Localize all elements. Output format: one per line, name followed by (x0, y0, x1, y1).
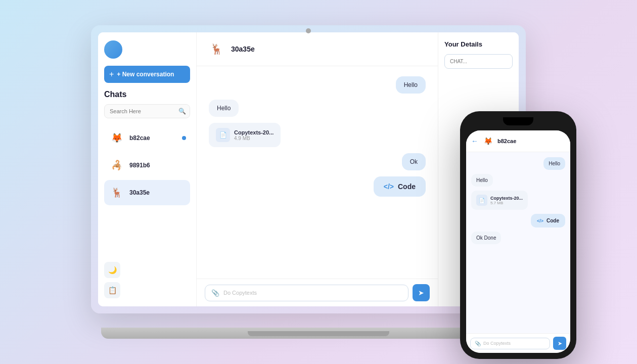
chat-header: 🦌 30a35e (197, 32, 438, 66)
phone-notch (498, 117, 538, 128)
phone-code-bubble: </> Code (531, 214, 565, 228)
chat-header-avatar: 🦌 (207, 39, 226, 59)
new-conversation-button[interactable]: + + New conversation (104, 66, 190, 83)
phone-msg-received-file: 📄 Copytexts-20... 5.7 MB (471, 191, 565, 210)
details-title: Your Details (444, 40, 513, 48)
message-sent-hello: Hello (209, 76, 426, 94)
phone-code-label: Code (547, 218, 559, 223)
chat-name-30a35e: 30a35e (129, 189, 150, 196)
app-logo (104, 40, 122, 59)
phone-file-info: Copytexts-20... 5.7 MB (490, 196, 523, 205)
app-sidebar: + + New conversation Chats 🔍 🦊 b82cae (98, 32, 197, 306)
phone-input-box[interactable]: 📎 Do Copytexts (470, 338, 550, 349)
chat-item-30a35e[interactable]: 🦌 30a35e (104, 180, 190, 205)
new-conversation-label: + New conversation (117, 71, 174, 78)
bubble-sent-ok: Ok (402, 153, 426, 170)
chat-name-9891b6: 9891b6 (129, 162, 150, 169)
file-bubble: 📄 Copytexts-20... 4.9 MB (209, 123, 281, 147)
phone-file-bubble: 📄 Copytexts-20... 5.7 MB (471, 191, 528, 210)
phone-input-placeholder: Do Copytexts (483, 341, 511, 346)
chat-list: 🦊 b82cae 🦂 9891b6 🦌 30a35e (104, 125, 190, 257)
laptop-notch (306, 28, 311, 33)
sidebar-bottom: 🌙 📋 (104, 257, 190, 298)
phone-bubble-received-ok: Ok Done (471, 232, 501, 244)
code-label: Code (398, 183, 416, 191)
phone-msg-sent-hello: Hello (471, 157, 565, 170)
phone-bubble-received-hello: Hello (471, 174, 493, 187)
phone-bubble-sent-hello: Hello (543, 157, 565, 170)
phone-file-size: 5.7 MB (490, 201, 523, 205)
chats-title: Chats (104, 90, 190, 99)
phone-attach-icon: 📎 (475, 341, 481, 346)
phone-file-name: Copytexts-20... (490, 196, 523, 201)
bubble-received-hello: Hello (209, 100, 239, 117)
unread-badge-b82cae (182, 136, 186, 140)
phone-chat-name: b82cae (497, 138, 516, 144)
input-placeholder-text: Do Copytexts (223, 290, 257, 296)
file-info: Copytexts-20... 4.9 MB (234, 129, 274, 141)
avatar-9891b6: 🦂 (108, 157, 125, 174)
message-received-hello: Hello (209, 100, 426, 117)
chat-messages: Hello Hello 📄 Copytexts-20... 4.9 MB (197, 66, 438, 279)
chat-item-b82cae[interactable]: 🦊 b82cae (104, 125, 190, 151)
code-bubble: </> Code (374, 176, 426, 197)
clipboard-button[interactable]: 📋 (104, 282, 120, 298)
dark-mode-button[interactable]: 🌙 (104, 262, 120, 278)
search-box: 🔍 (104, 104, 190, 118)
laptop-foot (248, 331, 389, 336)
phone-send-button[interactable]: ➤ (553, 337, 566, 350)
details-input[interactable] (444, 54, 513, 69)
phone-input-area: 📎 Do Copytexts ➤ (466, 333, 570, 353)
phone-avatar: 🦊 (481, 134, 494, 148)
search-icon: 🔍 (178, 108, 186, 115)
avatar-b82cae: 🦊 (108, 129, 125, 147)
message-received-file: 📄 Copytexts-20... 4.9 MB (209, 123, 426, 147)
phone-code-icon: </> (537, 218, 543, 223)
phone-msg-received-ok: Ok Done (471, 232, 565, 244)
chat-item-9891b6[interactable]: 🦂 9891b6 (104, 153, 190, 178)
phone-notch-inner (503, 117, 533, 125)
file-size: 4.9 MB (234, 135, 274, 141)
avatar-30a35e: 🦌 (108, 184, 125, 201)
chat-input-box[interactable]: 📎 Do Copytexts (205, 285, 408, 301)
bubble-sent-hello: Hello (396, 76, 426, 94)
message-sent-code: </> Code (209, 176, 426, 197)
phone-messages: Hello Hello 📄 Copytexts-20... 5.7 MB (466, 152, 570, 333)
phone-msg-sent-code: </> Code (471, 214, 565, 228)
search-input[interactable] (104, 104, 190, 118)
attach-icon: 📎 (211, 289, 219, 297)
chat-input-area: 📎 Do Copytexts ➤ (197, 279, 438, 306)
phone-device: ← 🦊 b82cae Hello Hello 📄 C (460, 111, 576, 359)
file-icon: 📄 (216, 128, 230, 142)
chat-header-name: 30a35e (231, 45, 255, 53)
phone-file-icon: 📄 (476, 195, 487, 206)
chat-name-b82cae: b82cae (129, 134, 150, 142)
send-button[interactable]: ➤ (413, 284, 430, 301)
plus-icon: + (109, 70, 114, 79)
laptop-screen: + + New conversation Chats 🔍 🦊 b82cae (98, 32, 519, 306)
file-name: Copytexts-20... (234, 129, 274, 135)
phone-back-button[interactable]: ← (471, 137, 478, 145)
phone-chat-header: ← 🦊 b82cae (466, 130, 570, 152)
app-main: 🦌 30a35e Hello Hello 📄 (197, 32, 438, 306)
phone-msg-received-hello: Hello (471, 174, 565, 187)
phone-screen: ← 🦊 b82cae Hello Hello 📄 C (466, 130, 570, 353)
message-sent-ok: Ok (209, 153, 426, 170)
code-icon: </> (384, 183, 394, 191)
